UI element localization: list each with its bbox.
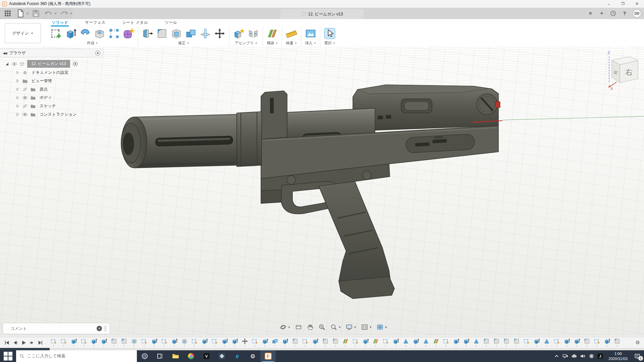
- file-menu-button[interactable]: [15, 8, 26, 18]
- close-tab-button[interactable]: ✕: [587, 10, 594, 17]
- timeline-feature-draft[interactable]: [473, 338, 480, 347]
- chevron-down-icon[interactable]: ▼: [187, 42, 189, 44]
- timeline-feature-fillet[interactable]: [291, 338, 299, 347]
- ribbon-tab-シート メタル[interactable]: シート メタル: [121, 19, 149, 26]
- timeline-feature-fillet[interactable]: [332, 338, 339, 347]
- browser-item-原点[interactable]: 原点: [15, 85, 103, 94]
- tray-status-x-icon[interactable]: [588, 353, 595, 359]
- browser-item-ドキュメントの設定[interactable]: ⚙ドキュメントの設定: [15, 68, 103, 77]
- eye-hidden-icon[interactable]: [22, 103, 28, 109]
- timeline-feature-shell[interactable]: [130, 338, 138, 347]
- chevron-down-icon[interactable]: ▼: [70, 12, 72, 15]
- viewcube[interactable]: Z 前 右 X: [606, 50, 641, 90]
- timeline-feature-extrude[interactable]: [463, 338, 470, 347]
- browser-item-label[interactable]: コンストラクション: [38, 111, 78, 118]
- timeline-feature-extrude[interactable]: [412, 338, 419, 347]
- chevron-down-icon[interactable]: ▼: [338, 326, 341, 329]
- chevron-down-icon[interactable]: ▼: [276, 42, 278, 44]
- taskbar-app-media-app[interactable]: V: [199, 350, 214, 362]
- timeline-feature-extrude[interactable]: [171, 338, 178, 347]
- fillet-tool-icon[interactable]: [156, 27, 168, 40]
- nav-orbit-button[interactable]: ▼: [279, 323, 290, 331]
- expand-triangle-icon[interactable]: [15, 96, 20, 100]
- timeline-feature-sketch[interactable]: [161, 338, 168, 347]
- expand-triangle-icon[interactable]: [15, 70, 20, 75]
- extrude-tool-icon[interactable]: [64, 27, 77, 40]
- comment-resize-grip[interactable]: [105, 325, 106, 331]
- timeline-feature-extrude[interactable]: [221, 338, 228, 347]
- timeline-feature-move[interactable]: [241, 338, 248, 347]
- timeline-settings-gear-icon[interactable]: ⚙: [636, 340, 640, 346]
- timeline-feature-sketch[interactable]: [60, 338, 67, 347]
- timeline-feature-fillet[interactable]: [483, 338, 490, 347]
- chevron-down-icon[interactable]: ▼: [26, 12, 29, 15]
- browser-item-label[interactable]: ドキュメントの設定: [30, 69, 70, 76]
- expand-triangle-icon[interactable]: [15, 87, 20, 92]
- timeline-feature-sketch[interactable]: [442, 338, 449, 347]
- taskbar-app-utility-app[interactable]: [214, 350, 229, 362]
- close-button[interactable]: ✕: [630, 0, 644, 8]
- timeline-feature-extrude[interactable]: [100, 338, 107, 347]
- timeline-feature-extrude[interactable]: [70, 338, 77, 347]
- browser-item-スケッチ[interactable]: スケッチ: [15, 102, 103, 110]
- redo-button[interactable]: [58, 8, 70, 18]
- taskbar-app-settings[interactable]: ⚙: [245, 350, 260, 362]
- tray-chevron-up-icon[interactable]: [553, 353, 560, 359]
- timeline-feature-extrude[interactable]: [90, 338, 97, 347]
- eye-hidden-icon[interactable]: [22, 86, 28, 92]
- taskbar-app-chrome[interactable]: [183, 350, 199, 362]
- comment-bar[interactable]: コメント +: [3, 323, 110, 334]
- timeline-feature-chamfer[interactable]: [120, 338, 127, 347]
- nav-zoom-button[interactable]: [318, 323, 326, 331]
- timeline-feature-extrude[interactable]: [573, 338, 580, 347]
- browser-item-label[interactable]: ビュー管理: [30, 78, 53, 84]
- timeline-feature-draft[interactable]: [422, 338, 429, 347]
- taskbar-app-task-view[interactable]: [152, 350, 168, 362]
- browser-header[interactable]: ◀◀ ブラウザ: [0, 49, 103, 57]
- save-button[interactable]: [30, 8, 42, 18]
- nav-viewports-button[interactable]: ▼: [376, 323, 387, 331]
- timeline-feature-extrude[interactable]: [533, 338, 540, 347]
- app-launcher-button[interactable]: [2, 8, 13, 18]
- step-forward-button[interactable]: [29, 340, 35, 346]
- timeline-feature-draft[interactable]: [543, 338, 550, 347]
- chevron-down-icon[interactable]: ▼: [333, 42, 335, 44]
- combine-tool-icon[interactable]: [184, 27, 197, 40]
- help-button[interactable]: ?: [621, 10, 628, 17]
- timeline-feature-sketch[interactable]: [80, 338, 87, 347]
- chevron-down-icon[interactable]: ▼: [295, 42, 297, 44]
- browser-minimize-icon[interactable]: [95, 51, 100, 56]
- timeline-feature-extrude[interactable]: [281, 338, 288, 347]
- taskbar-app-file-explorer[interactable]: [168, 350, 183, 362]
- target-icon[interactable]: [72, 61, 78, 67]
- chevron-down-icon[interactable]: ▼: [54, 12, 57, 15]
- timeline-feature-sketch[interactable]: [211, 338, 218, 347]
- timeline-feature-sketch[interactable]: [50, 338, 57, 347]
- expand-triangle-icon[interactable]: [15, 79, 20, 83]
- nav-pan-button[interactable]: [307, 323, 314, 331]
- nav-grid-settings-button[interactable]: ▼: [361, 323, 372, 331]
- nav-look-at-button[interactable]: [295, 323, 302, 331]
- timeline-feature-extrude[interactable]: [312, 338, 319, 347]
- timeline-feature-fillet[interactable]: [493, 338, 500, 347]
- timeline-feature-fillet[interactable]: [110, 338, 117, 347]
- timeline-feature-draft[interactable]: [402, 338, 409, 347]
- chevron-down-icon[interactable]: ▼: [255, 42, 257, 44]
- timeline-feature-extrude[interactable]: [231, 338, 238, 347]
- timeline-feature-fillet[interactable]: [322, 338, 329, 347]
- timeline-feature-sketch[interactable]: [553, 338, 560, 347]
- timeline-feature-extrude[interactable]: [603, 338, 610, 347]
- timeline-feature-sketch[interactable]: [382, 338, 389, 347]
- root-component-label[interactable]: 12. ビームガン v13: [27, 60, 70, 68]
- user-avatar[interactable]: DD: [633, 9, 641, 18]
- timeline-feature-mirror[interactable]: [372, 338, 379, 347]
- tray-volume-icon[interactable]: [580, 353, 586, 359]
- timeline-feature-sketch[interactable]: [523, 338, 530, 347]
- play-button[interactable]: [21, 340, 26, 346]
- chevron-down-icon[interactable]: ▼: [385, 326, 387, 329]
- browser-item-ボディ[interactable]: ボディ: [15, 94, 103, 102]
- joint-tool-icon[interactable]: [247, 27, 260, 40]
- browser-item-コンストラクション[interactable]: コンストラクション: [15, 110, 103, 119]
- timeline-feature-extrude[interactable]: [392, 338, 399, 347]
- timeline-feature-fillet[interactable]: [583, 338, 590, 347]
